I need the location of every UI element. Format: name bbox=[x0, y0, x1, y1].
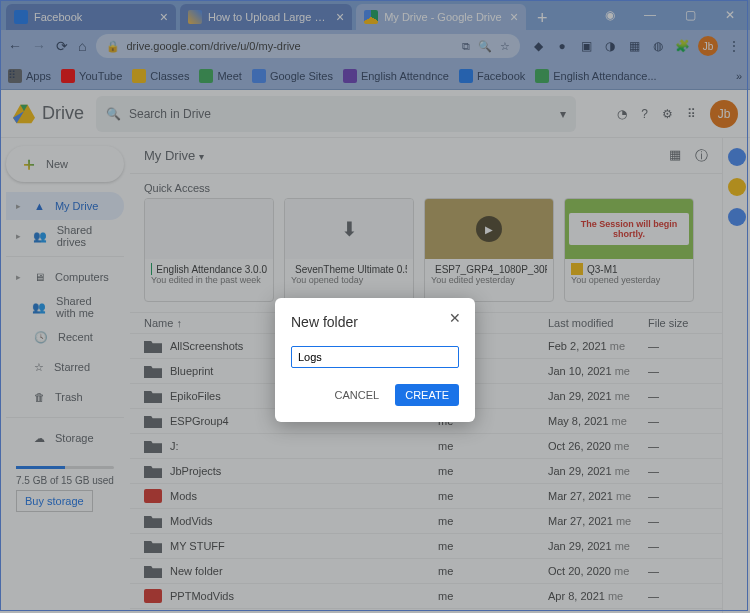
dialog-title: New folder bbox=[291, 314, 459, 330]
new-folder-dialog: New folder ✕ CANCEL CREATE bbox=[275, 298, 475, 422]
modal-overlay[interactable]: New folder ✕ CANCEL CREATE bbox=[0, 0, 750, 613]
cancel-button[interactable]: CANCEL bbox=[325, 384, 390, 406]
create-button[interactable]: CREATE bbox=[395, 384, 459, 406]
folder-name-input[interactable] bbox=[291, 346, 459, 368]
close-icon[interactable]: ✕ bbox=[449, 310, 461, 326]
